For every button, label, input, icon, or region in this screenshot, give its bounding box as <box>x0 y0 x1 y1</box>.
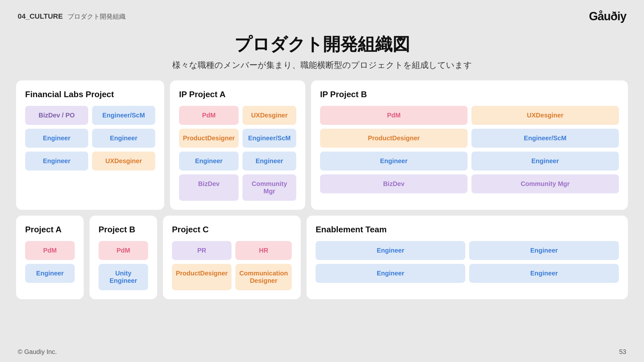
badge: PdM <box>179 106 239 125</box>
card-title-ip-b: IP Project B <box>320 89 619 99</box>
section-number: 04_CULTURE <box>18 12 63 20</box>
badge: UXDesginer <box>242 106 296 125</box>
copyright: © Gaudiy Inc. <box>18 348 57 356</box>
badge: Engineer <box>179 152 239 171</box>
ip-a-grid: PdM UXDesginer ProductDesigner Engineer/… <box>179 106 296 201</box>
page-title: プロダクト開発組織図 <box>0 33 644 56</box>
title-section: プロダクト開発組織図 様々な職種のメンバーが集まり、職能横断型のプロジェクトを組… <box>0 26 644 74</box>
badge: HR <box>235 241 292 260</box>
card-project-b: Project B PdM Unity Engineer <box>90 216 157 299</box>
badge: UXDesginer <box>92 152 155 171</box>
card-ip-a: IP Project A PdM UXDesginer ProductDesig… <box>170 80 305 210</box>
section-name: プロダクト開発組織 <box>68 13 126 20</box>
badge: Engineer <box>471 152 619 171</box>
badge: Engineer <box>92 129 155 148</box>
badge: Unity Engineer <box>99 264 148 290</box>
badge: Engineer <box>469 241 619 260</box>
card-project-c: Project C PR HR ProductDesigner Communic… <box>163 216 301 299</box>
project-b-grid: PdM Unity Engineer <box>99 241 148 290</box>
card-title-project-b: Project B <box>99 225 148 235</box>
badge: BizDev <box>320 174 468 193</box>
badge: Engineer <box>25 152 88 171</box>
bottom-row: Project A PdM Engineer Project B PdM Uni… <box>16 216 628 299</box>
badge: Engineer <box>320 152 468 171</box>
project-c-grid: PR HR ProductDesigner Communication Desi… <box>172 241 292 290</box>
card-ip-b: IP Project B PdM UXDesginer ProductDesig… <box>311 80 628 210</box>
badge: Engineer/ScM <box>242 129 296 148</box>
badge: PR <box>172 241 232 260</box>
badge: Engineer <box>316 241 465 260</box>
card-financial-labs: Financial Labs Project BizDev / PO Engin… <box>16 80 164 210</box>
card-title-ip-a: IP Project A <box>179 89 296 99</box>
badge: BizDev <box>179 174 239 201</box>
badge: PdM <box>25 241 75 260</box>
header: 04_CULTURE プロダクト開発組織 Gåuðiy <box>0 0 644 26</box>
badge: Engineer <box>242 152 296 171</box>
badge: ProductDesigner <box>320 129 468 148</box>
badge: Engineer <box>316 264 465 283</box>
ip-b-grid: PdM UXDesginer ProductDesigner Engineer/… <box>320 106 619 193</box>
badge: UXDesginer <box>471 106 619 125</box>
financial-grid: BizDev / PO Engineer/ScM Engineer Engine… <box>25 106 155 171</box>
card-title-project-c: Project C <box>172 225 292 235</box>
badge: ProductDesigner <box>172 264 232 290</box>
badge: Engineer <box>469 264 619 283</box>
projects-container: Financial Labs Project BizDev / PO Engin… <box>0 74 644 306</box>
badge: ProductDesigner <box>179 129 239 148</box>
card-enablement: Enablement Team Engineer Engineer Engine… <box>307 216 628 299</box>
card-title-financial: Financial Labs Project <box>25 89 155 99</box>
project-a-grid: PdM Engineer <box>25 241 75 283</box>
page-number: 53 <box>619 348 626 356</box>
badge: Engineer/ScM <box>92 106 155 125</box>
badge: PdM <box>99 241 148 260</box>
badge: Communication Designer <box>235 264 292 290</box>
card-title-project-a: Project A <box>25 225 75 235</box>
card-title-enablement: Enablement Team <box>316 225 619 235</box>
badge: Engineer/ScM <box>471 129 619 148</box>
badge: PdM <box>320 106 468 125</box>
top-row: Financial Labs Project BizDev / PO Engin… <box>16 80 628 210</box>
badge: Community Mgr <box>242 174 296 201</box>
section-label: 04_CULTURE プロダクト開発組織 <box>18 12 126 21</box>
badge: Community Mgr <box>471 174 619 193</box>
enablement-grid: Engineer Engineer Engineer Engineer <box>316 241 619 283</box>
card-project-a: Project A PdM Engineer <box>16 216 84 299</box>
footer: © Gaudiy Inc. 53 <box>18 348 626 356</box>
page-subtitle: 様々な職種のメンバーが集まり、職能横断型のプロジェクトを組成しています <box>0 60 644 71</box>
badge: Engineer <box>25 264 75 283</box>
badge: Engineer <box>25 129 88 148</box>
logo: Gåuðiy <box>589 10 626 23</box>
badge: BizDev / PO <box>25 106 88 125</box>
